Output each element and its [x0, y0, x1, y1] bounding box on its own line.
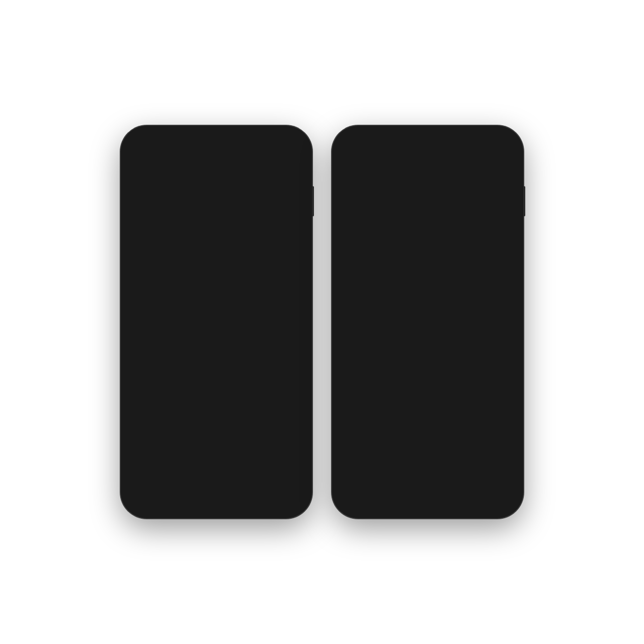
- today-label: Today 5:26 AM: [343, 181, 512, 187]
- drew-msg-content: Drew Young I need help deciding!: [149, 207, 223, 232]
- group-name-1: Crew: [165, 154, 268, 164]
- message-input-2[interactable]: [365, 477, 466, 493]
- wifi-icon-2: [487, 140, 494, 147]
- status-bar-1: 5:26 ▌▌▌: [127, 132, 306, 149]
- vote-avatar-1: 👤: [272, 315, 282, 325]
- wifi-icon: [276, 140, 283, 147]
- bubble-theme: What's the theme for next Saturday?: [179, 178, 301, 195]
- option-90s-bar-fill: [140, 327, 262, 330]
- video-call-icon-2[interactable]: [500, 156, 510, 169]
- phone-screen-1: 5:26 ▌▌▌ ‹: [127, 132, 306, 512]
- poll-creator-avatar: 😊: [204, 270, 229, 295]
- sticker-icon-1[interactable]: 🎭: [289, 429, 300, 440]
- option-tvstars-avatars: 👤: [283, 335, 293, 345]
- option-tvstars-label: TV Stars: [140, 336, 166, 344]
- forward-share-icon[interactable]: [348, 274, 365, 291]
- see-poll-link-4[interactable]: See Poll: [247, 254, 268, 260]
- song-title: No Love: [380, 326, 448, 335]
- option-90s-bar-bg: [140, 327, 293, 330]
- vote-avatar-3: 👤: [283, 335, 293, 345]
- artist-name: Summer Walker & SZA: [380, 335, 448, 342]
- phone-2: 5:26 ▌▌▌ ‹: [332, 126, 523, 518]
- home-indicator-1: [127, 447, 306, 461]
- active-indicator-2: [366, 166, 371, 171]
- phone-call-icon-2[interactable]: [483, 156, 493, 169]
- group-subtitle-1: Autumn Lopez is active now: [165, 164, 268, 170]
- input-action-icons-2: 🎤 🖼 🎭: [470, 479, 511, 490]
- option-tvstars-bar-bg: [140, 347, 293, 350]
- option-tvstars-bar-fill: [140, 347, 193, 350]
- poll-title: Best theme for my birthday?: [140, 299, 293, 309]
- input-bar-2: 📷 🎤 🖼 🎭: [338, 471, 517, 497]
- battery-icon-2: [496, 140, 507, 147]
- home-indicator-2: [338, 495, 517, 509]
- music-cover-art: Still Over it: [373, 210, 507, 321]
- header-info-2: Besties Kyra Marie is active now: [376, 154, 479, 170]
- bubble-repeat: Playing this on repeat!: [431, 190, 512, 207]
- seen-by-1: Seen by Autumn Lopez, Martin Kang + 1: [132, 414, 301, 419]
- back-button-2[interactable]: ‹: [345, 156, 349, 168]
- see-poll-link-2[interactable]: See Poll: [242, 235, 263, 242]
- back-button-1[interactable]: ‹: [134, 156, 137, 168]
- joseph-msg-content: Listening now. So good.: [360, 415, 444, 433]
- system-poll-created: Drew Young created a poll: Best theme fo…: [132, 198, 301, 204]
- group-avatar-2: 👥: [353, 152, 372, 172]
- message-input-1[interactable]: [154, 426, 255, 442]
- active-indicator-1: [155, 166, 160, 171]
- status-icons-1: ▌▌▌: [262, 140, 296, 147]
- chat-header-1: ‹ 👥 Crew Autumn Lopez is active now: [127, 149, 306, 176]
- status-icons-2: ▌▌▌: [473, 140, 507, 147]
- video-call-icon-1[interactable]: [289, 156, 299, 169]
- camera-button-2[interactable]: 📷: [344, 476, 361, 493]
- input-bar-1: 📷 🎤 🖼 🎭: [127, 421, 306, 447]
- poll-option-90s: 90s 👤 👤: [140, 315, 293, 330]
- header-info-1: Crew Autumn Lopez is active now: [165, 154, 268, 170]
- chat-body-1: What's the theme for next Saturday? Drew…: [127, 176, 306, 421]
- group-subtitle-2: Kyra Marie is active now: [376, 164, 479, 170]
- chat-header-2: ‹ 👥 Besties Kyra Marie is active now: [338, 149, 517, 176]
- received-msg-kyra: 👤 Summer Walker 😍: [343, 374, 512, 392]
- header-action-icons-1: [272, 156, 299, 169]
- received-msg-drew: 😊 Drew Young I need help deciding!: [132, 207, 301, 232]
- vote-button[interactable]: Vote: [140, 385, 293, 404]
- option-emonight-bar-bg: [140, 365, 293, 368]
- seen-by-2: Seen by Kyra Marie, Joseph Lyons: [343, 357, 512, 363]
- poll-option-emonight: Emo Night: [140, 355, 293, 368]
- play-button[interactable]: ▶: [481, 328, 500, 347]
- gallery-icon-1[interactable]: 🖼: [275, 429, 284, 440]
- see-poll-link-1[interactable]: See Poll: [275, 198, 296, 204]
- svg-rect-6: [501, 158, 508, 163]
- gallery-icon-2[interactable]: 🖼: [486, 479, 495, 490]
- music-card-container: Still Over it No Love Summer Walker & SZ…: [343, 210, 512, 354]
- platform-name: Apple Music: [380, 342, 448, 349]
- drew-avatar: 😊: [132, 218, 146, 232]
- wave-reaction: 🙋: [372, 394, 382, 404]
- option-emonight-bar-fill: [140, 365, 149, 368]
- option-90s-avatars: 👤 👤: [272, 315, 293, 325]
- mic-icon-1[interactable]: 🎤: [259, 429, 270, 440]
- camera-button-1[interactable]: 📷: [133, 426, 150, 443]
- poll-card: 😊 Best theme for my birthday? 90s 👤 👤: [132, 263, 301, 411]
- received-msg-joseph: 👤 Listening now. So good.: [343, 415, 512, 433]
- sent-msg-theme: What's the theme for next Saturday?: [132, 178, 301, 195]
- time-2: 5:26: [348, 139, 363, 147]
- poll-option-tvstars: TV Stars 👤: [140, 335, 293, 350]
- music-info: No Love Summer Walker & SZA Apple Music …: [373, 321, 507, 354]
- drew-bubble: I need help deciding!: [149, 215, 223, 232]
- joseph-avatar: 👤: [343, 419, 357, 433]
- mic-icon-2[interactable]: 🎤: [470, 479, 481, 490]
- svg-rect-2: [290, 158, 296, 163]
- kyra-avatar: 👤: [343, 378, 357, 392]
- home-bar-1: [186, 454, 247, 456]
- kyra-reactions: ❤️ 🙋: [343, 394, 512, 404]
- drew-sender-name: Drew Young: [149, 207, 223, 213]
- sticker-icon-2[interactable]: 🎭: [500, 479, 511, 490]
- see-poll-link-3[interactable]: See Poll: [239, 245, 260, 251]
- sent-msg-repeat: Playing this on repeat!: [343, 190, 512, 207]
- kyra-bubble: Summer Walker 😍: [360, 374, 431, 392]
- home-bar-2: [397, 502, 458, 504]
- phone-call-icon-1[interactable]: [272, 156, 282, 169]
- heart-reaction: ❤️: [360, 394, 370, 404]
- martin-vote: Martin Kang voted for 90s. See Poll: [132, 245, 301, 251]
- svg-rect-1: [286, 141, 293, 144]
